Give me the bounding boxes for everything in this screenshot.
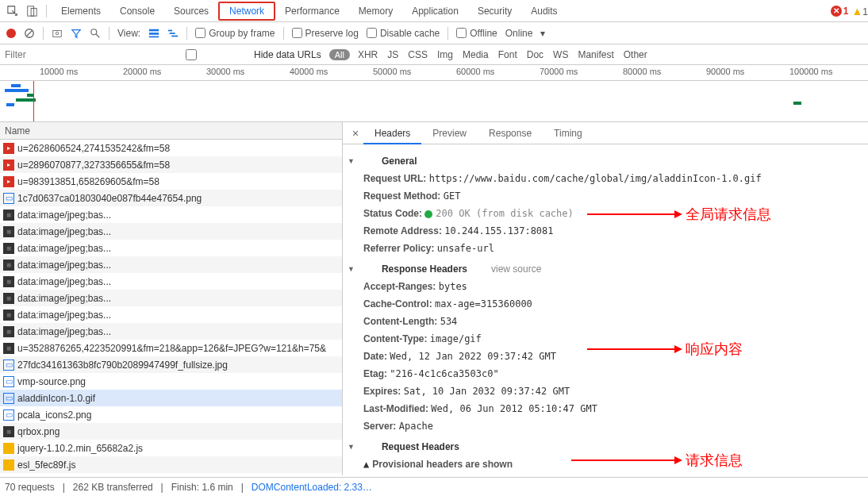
request-name: data:image/jpeg;bas... [17, 243, 342, 254]
tab-sources[interactable]: Sources [164, 0, 218, 22]
file-type-icon: ▸ [3, 176, 14, 187]
file-type-icon: ■ [3, 260, 14, 271]
file-type-icon: ▭ [3, 376, 14, 387]
request-row[interactable]: ■data:image/jpeg;bas... [0, 306, 342, 323]
record-button[interactable] [6, 29, 16, 38]
timeline-ruler[interactable]: 10000 ms20000 ms30000 ms40000 ms50000 ms… [0, 65, 868, 81]
request-row[interactable]: ■qrbox.png [0, 423, 342, 440]
filter-font[interactable]: Font [498, 49, 517, 60]
request-name: data:image/jpeg;bas... [17, 326, 342, 337]
file-type-icon: ■ [3, 226, 14, 237]
request-row[interactable]: ▸u=983913851,658269605&fm=58 [0, 173, 342, 190]
close-details-icon[interactable]: × [348, 127, 363, 140]
request-row[interactable]: ▸u=2628606524,2741535242&fm=58 [0, 140, 342, 156]
throttling-select[interactable]: Online ▾ [505, 28, 546, 39]
request-row[interactable]: ■u=3528876265,4223520991&fm=218&app=126&… [0, 340, 342, 356]
view-label: View: [117, 28, 140, 39]
file-type-icon: ▭ [3, 193, 14, 204]
request-name: aladdinIcon-1.0.gif [17, 393, 342, 404]
request-name: u=2628606524,2741535242&fm=58 [17, 143, 342, 154]
large-rows-icon[interactable] [148, 28, 159, 39]
request-row[interactable]: jquery-1.10.2.min_65682a2.js [0, 440, 342, 456]
file-type-icon [3, 459, 14, 471]
waterfall-view-icon[interactable] [167, 28, 179, 39]
filter-css[interactable]: CSS [408, 49, 428, 60]
tab-console[interactable]: Console [110, 0, 164, 22]
request-row[interactable]: ■data:image/jpeg;bas... [0, 290, 342, 306]
tab-audits[interactable]: Audits [521, 0, 567, 22]
request-name: u=3528876265,4223520991&fm=218&app=126&f… [17, 343, 342, 354]
request-name: esl_5fec89f.js [17, 459, 342, 471]
clear-icon[interactable] [24, 28, 35, 39]
tab-performance[interactable]: Performance [275, 0, 349, 22]
transferred-size: 262 KB transferred [73, 482, 153, 493]
request-row[interactable]: ■data:image/jpeg;bas... [0, 323, 342, 340]
request-name: pcala_icons2.png [17, 409, 342, 421]
filter-xhr[interactable]: XHR [358, 49, 378, 60]
svg-line-3 [27, 30, 33, 36]
request-name: u=2896070877,3273356655&fm=58 [17, 160, 342, 171]
filter-manifest[interactable]: Manifest [578, 49, 613, 60]
svg-rect-9 [149, 33, 159, 35]
request-name: jquery-1.10.2.min_65682a2.js [17, 443, 342, 454]
tab-network[interactable]: Network [218, 2, 275, 21]
group-by-frame-checkbox[interactable]: Group by frame [195, 28, 275, 39]
view-source-link[interactable]: view source [491, 260, 541, 278]
filter-media[interactable]: Media [463, 49, 489, 60]
response-headers-section-header[interactable]: Response Headersview source [348, 260, 868, 278]
filter-all[interactable]: All [329, 49, 350, 60]
tab-elements[interactable]: Elements [52, 0, 110, 22]
request-row[interactable]: ▭pcala_icons2.png [0, 406, 342, 423]
filter-js[interactable]: JS [387, 49, 398, 60]
request-row[interactable]: esl_5fec89f.js [0, 456, 342, 473]
disable-cache-checkbox[interactable]: Disable cache [367, 28, 440, 39]
hide-data-urls-checkbox[interactable]: Hide data URLs [132, 49, 321, 60]
filter-doc[interactable]: Doc [527, 49, 543, 60]
device-toggle-icon[interactable] [22, 2, 41, 21]
request-row[interactable]: ■data:image/jpeg;bas... [0, 273, 342, 290]
request-row[interactable]: ▭1c7d0637ca01803040e087fb44e47654.png [0, 190, 342, 206]
detail-tab-timing[interactable]: Timing [543, 122, 593, 144]
file-type-icon: ▭ [3, 393, 14, 404]
file-type-icon: ■ [3, 276, 14, 287]
request-row[interactable]: ■data:image/jpeg;bas... [0, 256, 342, 273]
filter-img[interactable]: Img [437, 49, 453, 60]
offline-checkbox[interactable]: Offline [456, 28, 497, 39]
devtools-top-tabs: ElementsConsoleSourcesNetworkPerformance… [0, 0, 868, 22]
overview-waterfall[interactable] [0, 81, 868, 122]
tab-application[interactable]: Application [402, 0, 468, 22]
file-type-icon: ■ [3, 293, 14, 304]
name-column-header[interactable]: Name [0, 122, 342, 140]
general-section-header[interactable]: General [348, 152, 868, 170]
file-type-icon: ■ [3, 310, 14, 321]
capture-screenshot-icon[interactable] [52, 28, 63, 39]
filter-icon[interactable] [71, 28, 82, 39]
request-row[interactable]: ■data:image/jpeg;bas... [0, 206, 342, 223]
request-row[interactable]: ■data:image/jpeg;bas... [0, 223, 342, 240]
finish-time: Finish: 1.6 min [171, 482, 233, 493]
warning-indicator[interactable]: ▲1 [851, 5, 868, 17]
preserve-log-checkbox[interactable]: Preserve log [292, 28, 359, 39]
status-bar: 70 requests | 262 KB transferred | Finis… [0, 477, 868, 496]
detail-tab-response[interactable]: Response [478, 122, 543, 144]
filter-ws[interactable]: WS [553, 49, 568, 60]
request-row[interactable]: ▭vmp-source.png [0, 373, 342, 390]
filter-input[interactable] [5, 49, 124, 60]
error-indicator[interactable]: ✕1 [831, 6, 852, 17]
svg-point-6 [91, 29, 97, 34]
search-icon[interactable] [90, 28, 101, 39]
request-row[interactable]: ▸u=2896070877,3273356655&fm=58 [0, 156, 342, 173]
request-row[interactable]: ▭aladdinIcon-1.0.gif [0, 390, 342, 406]
request-details-pane: × HeadersPreviewResponseTiming General R… [343, 122, 868, 475]
request-name: u=983913851,658269605&fm=58 [17, 176, 342, 187]
tab-security[interactable]: Security [468, 0, 521, 22]
request-row[interactable]: ■data:image/jpeg;bas... [0, 240, 342, 256]
status-dot-icon [424, 210, 432, 218]
detail-tab-preview[interactable]: Preview [421, 122, 478, 144]
detail-tab-headers[interactable]: Headers [363, 122, 421, 144]
request-row[interactable]: ▭27fdc34161363b8fc790b2089947499f_fullsi… [0, 356, 342, 373]
filter-other[interactable]: Other [624, 49, 647, 60]
tab-memory[interactable]: Memory [349, 0, 402, 22]
inspect-icon[interactable] [3, 2, 22, 21]
request-headers-section-header[interactable]: Request Headers [348, 438, 868, 456]
